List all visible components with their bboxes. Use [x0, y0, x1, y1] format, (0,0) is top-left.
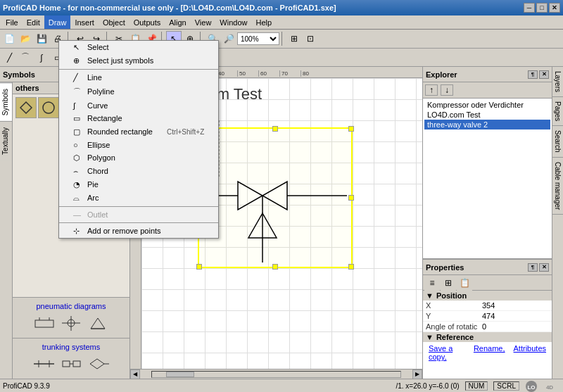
props-group-label: Position — [436, 291, 467, 300]
sel-handle-bl[interactable] — [196, 264, 202, 270]
props-row-y: Y 474 — [423, 311, 552, 322]
explorer-up-button[interactable]: ↑ — [425, 84, 438, 96]
properties-links: Save a copy, Rename, Attributes — [423, 342, 552, 363]
props-btn-2[interactable]: ⊞ — [441, 275, 456, 291]
properties-toolbar: ≡ ⊞ 📋 — [423, 275, 552, 291]
window-controls[interactable]: ─ □ ✕ — [524, 3, 560, 13]
explorer-down-button[interactable]: ↓ — [441, 84, 453, 96]
symbol-item[interactable] — [38, 97, 59, 118]
menu-help[interactable]: Help — [251, 15, 276, 29]
trunking-icon-2[interactable] — [59, 355, 84, 373]
trunking-icon-3[interactable] — [87, 355, 111, 373]
explorer-header-buttons[interactable]: ¶ ✕ — [528, 70, 549, 79]
sel-handle-br[interactable] — [348, 264, 354, 270]
snap-button[interactable]: ⊡ — [303, 31, 318, 46]
pages-tab[interactable]: Pages — [552, 97, 563, 126]
maximize-button[interactable]: □ — [536, 3, 548, 13]
props-val-x: 354 — [482, 301, 549, 310]
menu-item-line[interactable]: ╱Line — [59, 71, 218, 84]
menu-item-pie[interactable]: ◔Pie — [59, 178, 218, 191]
explorer-content[interactable]: Kompressor oder Verdichter LO4D.com Test… — [423, 99, 552, 258]
explorer-item-lo4d[interactable]: LO4D.com Test — [424, 110, 550, 120]
scroll-right-button[interactable]: ▶ — [412, 369, 422, 379]
draw-dropdown-menu: ↖Select ⊕Select just symbols ╱Line ⌒Poly… — [58, 40, 219, 239]
menu-draw[interactable]: Draw — [44, 15, 71, 29]
sel-handle-bc[interactable] — [272, 264, 278, 270]
sel-handle-tr[interactable] — [348, 126, 354, 132]
polyline-tool[interactable]: ⌒ — [18, 50, 33, 65]
open-button[interactable]: 📂 — [18, 31, 33, 46]
explorer-item-kompressor[interactable]: Kompressor oder Verdichter — [424, 100, 550, 110]
explorer-item-threeway[interactable]: three-way valve 2 — [424, 120, 550, 129]
save-button[interactable]: 💾 — [34, 31, 49, 46]
menu-window[interactable]: Window — [215, 15, 251, 29]
rename-link[interactable]: Rename, — [471, 343, 508, 362]
menu-item-chord[interactable]: ⌢Chord — [59, 165, 218, 178]
close-button[interactable]: ✕ — [549, 3, 560, 13]
curve-tool[interactable]: ∫ — [34, 50, 49, 65]
menu-item-ellipse[interactable]: ○Ellipse — [59, 139, 218, 151]
menu-file[interactable]: File — [1, 15, 23, 29]
sel-handle-mr[interactable] — [348, 195, 354, 201]
symbols-tab[interactable]: Symbols — [0, 82, 12, 121]
menu-item-rectangle[interactable]: ▭Rectangle — [59, 112, 218, 125]
properties-close-button[interactable]: ✕ — [539, 263, 549, 272]
pneumatic-icon-2[interactable] — [61, 315, 82, 332]
props-key-x: X — [426, 301, 482, 310]
right-area: Explorer ¶ ✕ ↑ ↓ Kompressor oder Verdich… — [422, 67, 563, 379]
menu-item-rounded-rect[interactable]: ▢Rounded rectangle Ctrl+Shift+Z — [59, 125, 218, 139]
explorer-pin-button[interactable]: ¶ — [528, 70, 538, 79]
menu-edit[interactable]: Edit — [23, 15, 44, 29]
scroll-left-button[interactable]: ◀ — [130, 369, 140, 379]
menu-item-select[interactable]: ↖Select — [59, 41, 218, 54]
save-copy-link[interactable]: Save a copy, — [426, 343, 468, 362]
cable-manager-tab[interactable]: Cable manager — [552, 158, 563, 215]
properties-header-buttons[interactable]: ¶ ✕ — [528, 263, 549, 272]
lo4d-logo: LO 4D — [525, 380, 560, 393]
polyline-label: Polyline — [87, 87, 115, 96]
new-button[interactable]: 📄 — [1, 31, 17, 46]
props-btn-3[interactable]: 📋 — [457, 275, 472, 291]
menu-align[interactable]: Align — [165, 15, 190, 29]
line-tool[interactable]: ╱ — [1, 50, 17, 65]
arc-icon: ⌓ — [73, 194, 84, 203]
properties-title: Properties — [426, 263, 464, 272]
menu-item-add-remove[interactable]: ⊹Add or remove points — [59, 225, 218, 238]
menu-item-select-symbols[interactable]: ⊕Select just symbols — [59, 54, 218, 68]
canvas-scrollbar-h[interactable]: ◀ ▶ — [130, 369, 422, 379]
menu-view[interactable]: View — [191, 15, 216, 29]
layers-tab[interactable]: Layers — [552, 67, 563, 97]
attributes-link[interactable]: Attributes — [511, 343, 549, 362]
menu-object[interactable]: Object — [99, 15, 129, 29]
props-val-angle: 0 — [482, 322, 549, 331]
pneumatic-icon-3[interactable] — [87, 315, 108, 332]
menu-insert[interactable]: Insert — [70, 15, 99, 29]
search-tab[interactable]: Search — [552, 126, 563, 158]
grid-button[interactable]: ⊞ — [286, 31, 302, 46]
scrollbar-thumb-h[interactable] — [166, 372, 194, 377]
explorer-close-button[interactable]: ✕ — [539, 70, 549, 79]
polygon-label: Polygon — [87, 153, 115, 162]
side-tabs: Symbols Textually — [0, 82, 13, 379]
rounded-rect-icon: ▢ — [73, 127, 84, 137]
properties-pin-button[interactable]: ¶ — [528, 263, 538, 272]
ruler-mark: 50 — [237, 70, 258, 77]
points-icon: ⊹ — [73, 227, 84, 236]
menu-outputs[interactable]: Outputs — [129, 15, 165, 29]
menu-item-polyline[interactable]: ⌒Polyline — [59, 84, 218, 99]
trunking-icon-1[interactable] — [32, 355, 56, 373]
textually-tab[interactable]: Textually — [0, 121, 12, 160]
menu-item-polygon[interactable]: ⬡Polygon — [59, 151, 218, 165]
menu-item-arc[interactable]: ⌓Arc — [59, 191, 218, 205]
symbol-item[interactable] — [15, 97, 37, 118]
minimize-button[interactable]: ─ — [524, 3, 535, 13]
sep5 — [282, 32, 284, 46]
select-label: Select — [87, 43, 109, 51]
props-btn-1[interactable]: ≡ — [424, 275, 440, 291]
zoom-out-button[interactable]: 🔎 — [221, 31, 236, 46]
zoom-select[interactable]: 100% 75% 150% — [237, 32, 279, 45]
selection-box[interactable] — [198, 127, 353, 268]
pneumatic-icon-1[interactable] — [34, 315, 55, 332]
scrollbar-track-h[interactable] — [151, 371, 401, 378]
menu-item-curve[interactable]: ∫Curve — [59, 99, 218, 112]
